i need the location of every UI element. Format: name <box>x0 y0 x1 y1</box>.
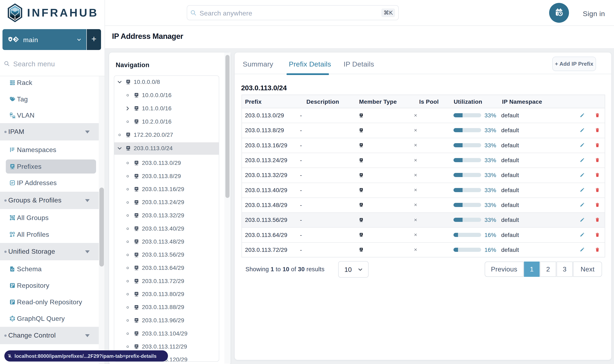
svg-text:IP: IP <box>135 214 138 216</box>
svg-text:IP: IP <box>361 248 362 250</box>
svg-text:IP: IP <box>135 187 138 190</box>
svg-text:IP: IP <box>135 174 138 177</box>
svg-text:IP: IP <box>135 161 138 163</box>
svg-text:IP: IP <box>361 129 362 131</box>
svg-text:IP: IP <box>135 345 138 347</box>
svg-text:IP: IP <box>127 133 129 135</box>
svg-text:IP: IP <box>135 292 138 295</box>
svg-text:IP: IP <box>135 120 138 122</box>
svg-text:IP: IP <box>135 240 138 242</box>
svg-text:IP: IP <box>127 146 129 149</box>
svg-text:IP: IP <box>127 80 129 82</box>
svg-text:IP: IP <box>361 114 362 116</box>
svg-text:IP: IP <box>361 174 362 176</box>
svg-text:IP: IP <box>361 189 362 191</box>
svg-text:IP: IP <box>135 201 138 203</box>
svg-text:IP: IP <box>135 93 138 96</box>
svg-text:IP: IP <box>135 332 138 334</box>
svg-text:IP: IP <box>361 204 362 206</box>
svg-text:IP: IP <box>361 219 362 221</box>
svg-text:IP: IP <box>361 159 362 161</box>
svg-text:IP: IP <box>135 266 138 268</box>
svg-text:IP: IP <box>135 306 138 308</box>
svg-text:IP: IP <box>135 279 138 282</box>
svg-text:IP: IP <box>11 165 13 167</box>
svg-text:IP: IP <box>11 182 14 184</box>
svg-text:IP: IP <box>361 144 362 146</box>
svg-text:IP: IP <box>361 234 362 235</box>
svg-text:IP: IP <box>135 227 138 229</box>
svg-text:IP: IP <box>135 107 138 109</box>
svg-text:IP: IP <box>135 319 138 321</box>
svg-text:IP: IP <box>135 253 138 255</box>
